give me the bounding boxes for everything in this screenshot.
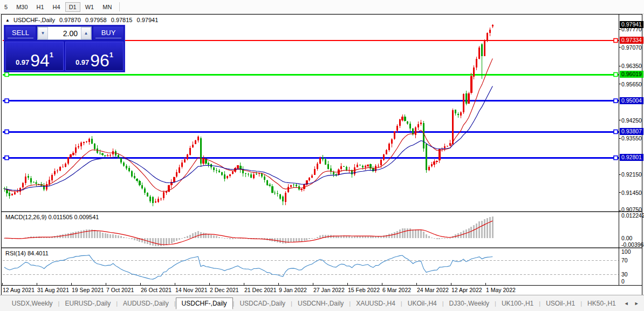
date-label: 19 Sep 2021: [72, 287, 104, 293]
ohlc-close: 0.97941: [137, 17, 159, 23]
timeframe-button-5[interactable]: 5: [1, 3, 11, 11]
date-label: 6 Mar 2022: [382, 287, 411, 293]
timeframe-button-MN[interactable]: MN: [99, 3, 115, 11]
buy-price-prefix: 0.97: [76, 58, 89, 66]
date-label: 9 Jan 2022: [279, 287, 307, 293]
date-label: 12 Aug 2021: [3, 287, 35, 293]
ohlc-open: 0.97870: [59, 17, 81, 23]
one-click-trade-panel: SELL ▼ ▲ BUY 0.97 94 1 0.97 96 1: [4, 25, 125, 72]
tab-audusd-daily[interactable]: AUDUSD-,Daily: [118, 298, 174, 309]
tab-usoil-h1[interactable]: USOil-,H1: [540, 298, 580, 309]
chart-window: 0.977700.970700.963500.956500.942500.935…: [1, 14, 642, 295]
date-label: 2 Dec 2021: [210, 287, 239, 293]
tab-uk100-h1[interactable]: UK100-,H1: [496, 298, 539, 309]
date-label: 27 Jan 2022: [313, 287, 345, 293]
collapse-panel-icon[interactable]: ▲: [5, 18, 10, 23]
timeframe-button-D1[interactable]: D1: [65, 2, 80, 12]
sell-price-pip: 1: [50, 51, 53, 59]
sell-price-prefix: 0.97: [16, 58, 29, 66]
scroll-tabs-left-icon[interactable]: ◄: [621, 301, 632, 306]
tab-usdcnh-daily[interactable]: USDCNH-,Daily: [292, 298, 349, 309]
date-label: 26 Oct 2021: [141, 287, 172, 293]
timeframe-button-W1[interactable]: W1: [81, 3, 98, 11]
timeframe-button-M30[interactable]: M30: [12, 3, 31, 11]
volume-increase-button[interactable]: ▲: [81, 27, 91, 39]
date-label: 24 Mar 2022: [417, 287, 449, 293]
timeframe-button-H4[interactable]: H4: [49, 3, 64, 11]
date-label: 31 Aug 2021: [37, 287, 69, 293]
scroll-tabs-right-icon[interactable]: ►: [632, 301, 642, 306]
buy-button[interactable]: BUY: [93, 26, 124, 40]
timeframe-toolbar: 5M30H1H4D1W1MN: [0, 0, 644, 14]
chart-symbol-label: USDCHF-,Daily: [13, 17, 55, 23]
buy-price-big: 96: [90, 53, 109, 67]
buy-price-box[interactable]: 0.97 96 1: [65, 42, 124, 71]
ohlc-high: 0.97958: [85, 17, 107, 23]
sell-price-big: 94: [30, 53, 50, 67]
rsi-label: RSI(14) 84.4011: [5, 250, 49, 256]
volume-stepper: ▼ ▲: [37, 26, 92, 40]
timeframe-button-H1[interactable]: H1: [33, 3, 48, 11]
ohlc-low: 0.97815: [111, 17, 133, 23]
tab-ukoil-h4[interactable]: UKOil-,H4: [402, 298, 442, 309]
date-label: 12 Apr 2022: [451, 287, 482, 293]
date-label: 1 May 2022: [486, 287, 516, 293]
sell-button[interactable]: SELL: [5, 26, 36, 40]
volume-input[interactable]: [48, 27, 81, 39]
date-label: 7 Oct 2021: [106, 287, 134, 293]
tab-eurusd-daily[interactable]: EURUSD-,Daily: [59, 298, 116, 309]
date-label: 14 Nov 2021: [175, 287, 208, 293]
tab-dj30-weekly[interactable]: DJ30-,Weekly: [444, 298, 495, 309]
toolbar-separator: [119, 2, 120, 11]
tab-xauusd-h4[interactable]: XAUUSD-,H4: [351, 298, 401, 309]
buy-price-pip: 1: [109, 51, 113, 59]
tab-usdchf-daily[interactable]: USDCHF-,Daily: [176, 298, 233, 309]
symbol-tabbar: USDX,Weekly|EURUSD-,Daily|AUDUSD-,Daily|…: [0, 295, 644, 311]
tab-usdcad-daily[interactable]: USDCAD-,Daily: [234, 298, 291, 309]
volume-decrease-button[interactable]: ▼: [38, 27, 48, 39]
tab-hk50-h1[interactable]: HK50-,H1: [582, 298, 621, 309]
tab-usdx-weekly[interactable]: USDX,Weekly: [6, 298, 58, 309]
sell-price-box[interactable]: 0.97 94 1: [5, 42, 64, 71]
date-axis: 12 Aug 202131 Aug 202119 Sep 20217 Oct 2…: [2, 285, 642, 295]
date-label: 21 Dec 2021: [244, 287, 277, 293]
chart-title: ▲ USDCHF-,Daily 0.97870 0.97958 0.97815 …: [5, 17, 158, 23]
macd-label: MACD(12,26,9) 0.011505 0.009541: [5, 214, 99, 220]
date-label: 15 Feb 2022: [348, 287, 380, 293]
